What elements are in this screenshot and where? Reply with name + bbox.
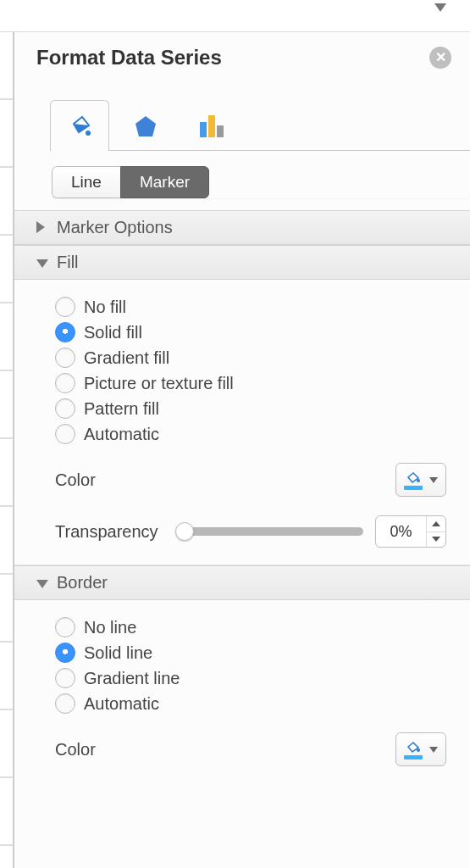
border-option-gradient-line[interactable]: Gradient line (55, 668, 446, 688)
border-option-label: Gradient line (84, 669, 180, 688)
section-fill-body: No fill Solid fill Gradient fill Picture… (14, 280, 470, 565)
section-marker-options-title: Marker Options (57, 218, 173, 237)
format-category-tabs (50, 90, 470, 151)
section-border-body: No line Solid line Gradient line Automat… (14, 600, 470, 783)
fill-color-label: Color (55, 470, 96, 490)
bar-chart-icon (197, 114, 226, 139)
border-option-label: Automatic (84, 694, 159, 714)
svg-marker-1 (135, 116, 156, 136)
fill-option-label: Gradient fill (84, 348, 169, 368)
border-color-button[interactable] (395, 732, 446, 766)
radio-icon (55, 617, 75, 637)
chevron-down-icon (36, 573, 48, 593)
svg-point-6 (417, 748, 420, 752)
svg-rect-3 (208, 115, 215, 137)
format-pane: Format Data Series ✕ Line M (14, 32, 470, 868)
radio-icon (55, 424, 75, 444)
radio-icon (55, 693, 75, 714)
chevron-up-icon (432, 521, 440, 526)
radio-icon (55, 373, 75, 393)
svg-rect-2 (200, 122, 207, 137)
fill-option-label: Picture or texture fill (84, 374, 234, 393)
border-color-row: Color (55, 732, 446, 766)
fill-option-gradient-fill[interactable]: Gradient fill (55, 348, 446, 368)
pentagon-icon (132, 113, 159, 140)
transparency-value[interactable]: 0% (376, 516, 427, 547)
radio-icon (55, 668, 75, 688)
transparency-spinbox: 0% (375, 515, 446, 548)
pane-title: Format Data Series (36, 46, 429, 70)
section-marker-options-header[interactable]: Marker Options (14, 210, 470, 245)
radio-icon (55, 348, 75, 368)
tab-fill-and-line[interactable] (50, 100, 109, 151)
section-border-header[interactable]: Border (14, 565, 470, 600)
window-toolbar (0, 0, 470, 32)
fill-transparency-label: Transparency (55, 522, 158, 542)
chevron-down-icon (432, 537, 440, 542)
format-pane-header: Format Data Series ✕ (14, 32, 470, 85)
slider-thumb[interactable] (175, 522, 194, 541)
fill-option-automatic[interactable]: Automatic (55, 424, 446, 444)
border-option-automatic[interactable]: Automatic (55, 693, 446, 714)
fill-option-label: Solid fill (84, 323, 142, 342)
fill-option-pattern-fill[interactable]: Pattern fill (55, 398, 446, 419)
chevron-right-icon (36, 218, 48, 237)
transparency-step-down[interactable] (427, 532, 445, 548)
svg-point-5 (417, 479, 420, 482)
border-option-no-line[interactable]: No line (55, 617, 446, 637)
svg-point-0 (86, 131, 91, 136)
fill-option-label: Automatic (84, 425, 159, 444)
paint-bucket-icon (404, 470, 423, 490)
section-border-title: Border (57, 573, 108, 593)
transparency-slider-wrap (179, 527, 363, 536)
close-button[interactable]: ✕ (429, 47, 451, 69)
radio-icon (55, 297, 75, 317)
paint-bucket-icon (404, 740, 423, 760)
border-option-solid-line[interactable]: Solid line (55, 643, 446, 663)
tab-series-options[interactable] (182, 100, 241, 151)
radio-icon (55, 322, 75, 342)
fill-transparency-row: Transparency 0% (55, 515, 446, 548)
section-fill-header[interactable]: Fill (14, 245, 470, 280)
spreadsheet-edge (0, 32, 14, 868)
transparency-step-up[interactable] (427, 516, 445, 532)
border-option-label: No line (84, 618, 136, 637)
fill-option-solid-fill[interactable]: Solid fill (55, 322, 446, 342)
tab-effects[interactable] (116, 100, 175, 151)
close-icon: ✕ (435, 51, 446, 64)
radio-icon (55, 643, 75, 663)
section-fill-title: Fill (57, 253, 79, 272)
border-option-label: Solid line (84, 643, 152, 663)
paint-bucket-icon (65, 112, 94, 141)
chevron-down-icon (36, 253, 48, 272)
segment-marker[interactable]: Marker (120, 166, 209, 198)
line-marker-segmented: Line Marker (52, 166, 470, 198)
segment-line[interactable]: Line (52, 166, 120, 198)
fill-option-label: No fill (84, 298, 126, 317)
transparency-slider[interactable] (179, 527, 363, 536)
border-color-label: Color (55, 740, 96, 760)
fill-option-picture-fill[interactable]: Picture or texture fill (55, 373, 446, 393)
fill-option-no-fill[interactable]: No fill (55, 297, 446, 317)
svg-rect-4 (217, 125, 224, 137)
fill-option-label: Pattern fill (84, 399, 159, 419)
fill-color-button[interactable] (395, 463, 446, 497)
radio-icon (55, 398, 75, 419)
chevron-down-icon (429, 747, 438, 753)
fill-color-row: Color (55, 463, 446, 497)
toolbar-dropdown-icon[interactable] (434, 3, 446, 12)
chevron-down-icon (429, 477, 438, 483)
